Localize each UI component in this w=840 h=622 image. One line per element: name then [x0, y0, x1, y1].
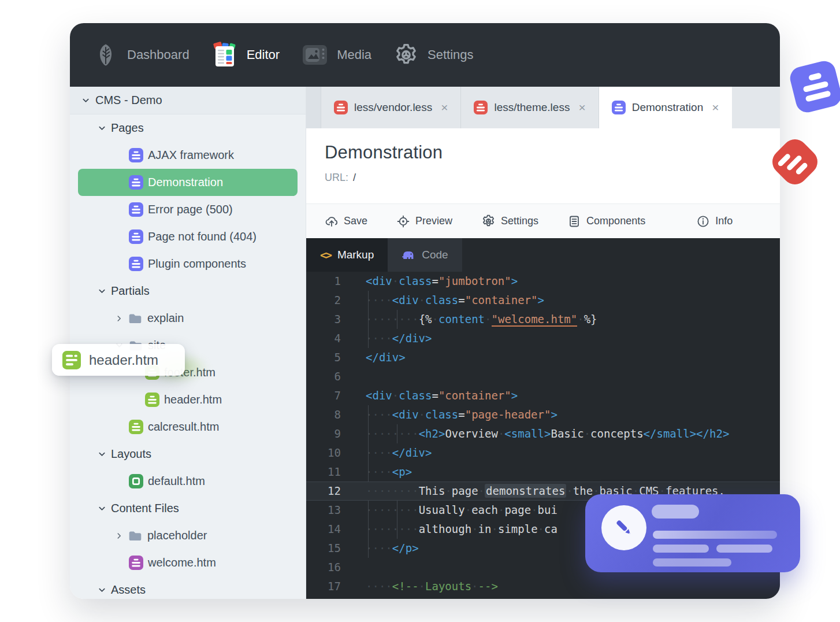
sidebar: CMS - Demo PagesAJAX frameworkDemonstrat… [70, 87, 306, 599]
editor-tab-code[interactable]: Code [388, 238, 462, 272]
gear-icon [481, 214, 496, 228]
code-line[interactable]: 7<div·class="container"> [306, 386, 780, 405]
line-number: 10 [306, 443, 341, 462]
code-line[interactable]: 8····<div·class="page-header"> [306, 405, 780, 424]
code-line[interactable]: 18····<h2>Layouts</h2> [306, 596, 780, 599]
drag-ghost-card[interactable]: header.htm [52, 344, 185, 376]
tab-demonstration[interactable]: Demonstration× [599, 87, 732, 128]
tab-less-theme-less[interactable]: less/theme.less× [461, 87, 599, 128]
chevron-right-icon [115, 314, 123, 323]
pencil-icon [612, 516, 635, 539]
line-number: 3 [306, 310, 341, 329]
document-header: Demonstration URL:/ [306, 128, 780, 203]
line-number: 7 [306, 386, 341, 405]
sidebar-item-demonstration[interactable]: Demonstration [78, 169, 298, 196]
preview-button[interactable]: Preview [396, 214, 452, 228]
sidebar-item-plugin-components[interactable]: Plugin components [70, 250, 306, 277]
sidebar-section-layouts[interactable]: Layouts [70, 440, 306, 468]
sidebar-section-pages[interactable]: Pages [70, 114, 306, 142]
sidebar-header[interactable]: CMS - Demo [70, 87, 306, 114]
document-icon [612, 101, 626, 114]
sidebar-section-assets[interactable]: Assets [70, 576, 306, 599]
save-button[interactable]: Save [325, 214, 367, 228]
line-number: 17 [306, 577, 341, 596]
sidebar-folder-placeholder[interactable]: placeholder [70, 522, 306, 549]
tab-less-vendor-less[interactable]: less/vendor.less× [321, 87, 461, 128]
line-number: 15 [306, 539, 341, 558]
document-tabbar: less/vendor.less×less/theme.less×Demonst… [306, 87, 780, 128]
nav-item-media[interactable]: Media [302, 42, 371, 68]
editor-tabbar: <>MarkupCode [306, 238, 780, 272]
chevron-down-icon [81, 96, 90, 105]
url-value: / [353, 172, 356, 183]
sidebar-item-default-htm[interactable]: default.htm [70, 468, 306, 495]
document-icon [129, 257, 143, 271]
document-icon [129, 148, 143, 162]
sidebar-folder-explain[interactable]: explain [70, 305, 306, 332]
sidebar-item-calcresult-htm[interactable]: calcresult.htm [70, 413, 306, 440]
info-icon [696, 214, 710, 228]
document-icon [129, 556, 143, 570]
document-icon [334, 101, 348, 114]
code-line[interactable]: 9········<h2>Overview·<small>Basic·conce… [306, 424, 780, 443]
editor-tab-markup[interactable]: <>Markup [306, 238, 388, 272]
settings-button[interactable]: Settings [481, 214, 538, 228]
code-line[interactable]: 10····</div> [306, 443, 780, 462]
folder-icon [128, 528, 143, 543]
edit-note-card [585, 494, 800, 572]
drag-ghost-label: header.htm [89, 352, 158, 368]
code-line[interactable]: 2····<div·class="container"> [306, 291, 780, 310]
line-number: 16 [306, 558, 341, 577]
url-label: URL: [325, 172, 348, 183]
pencil-badge [601, 505, 646, 550]
code-line[interactable]: 4····</div> [306, 329, 780, 348]
chevron-down-icon [98, 586, 106, 594]
document-icon [129, 420, 143, 434]
close-tab-icon[interactable]: × [712, 101, 719, 114]
line-number: 13 [306, 501, 341, 520]
sidebar-item-page-not-found-404[interactable]: Page not found (404) [70, 223, 306, 250]
sidebar-item-header-htm[interactable]: header.htm [70, 386, 306, 413]
line-number: 4 [306, 329, 341, 348]
nav-item-dashboard[interactable]: Dashboard [93, 42, 189, 68]
sidebar-item-error-page-500[interactable]: Error page (500) [70, 196, 306, 223]
code-line[interactable]: 17····<!--·Layouts·--> [306, 577, 780, 596]
document-icon [145, 393, 159, 407]
folder-icon [128, 311, 143, 326]
skeleton-line [653, 545, 709, 553]
sidebar-section-partials[interactable]: Partials [70, 277, 306, 305]
line-number: 6 [306, 367, 341, 386]
sidebar-item-welcome-htm[interactable]: welcome.htm [70, 549, 306, 576]
gear-icon [393, 42, 419, 68]
code-line[interactable]: 6 [306, 367, 780, 386]
code-line[interactable]: 11····<p> [306, 462, 780, 482]
line-number: 5 [306, 348, 341, 367]
code-line[interactable]: 3········{%·content·"welcome.htm"·%} [306, 310, 780, 329]
sidebar-item-ajax-framework[interactable]: AJAX framework [70, 142, 306, 169]
leaf-icon [93, 42, 118, 68]
nav-item-settings[interactable]: Settings [393, 42, 474, 68]
document-icon [129, 175, 143, 190]
document-icon [474, 101, 488, 114]
line-number: 18 [306, 596, 341, 599]
decorative-page-icon [788, 59, 840, 115]
nav-item-label: Media [337, 47, 371, 62]
page-title: Demonstration [325, 142, 780, 163]
code-line[interactable]: 5</div> [306, 348, 780, 367]
info-button[interactable]: Info [696, 214, 733, 228]
sidebar-section-content-files[interactable]: Content Files [70, 495, 306, 522]
nav-item-editor[interactable]: Editor [211, 42, 280, 68]
components-button[interactable]: Components [567, 214, 645, 228]
chevron-down-icon [98, 450, 106, 458]
layout-icon [129, 474, 143, 488]
php-elephant-icon [402, 248, 415, 262]
close-tab-icon[interactable]: × [441, 101, 448, 114]
code-line[interactable]: 1<div·class="jumbotron"> [306, 272, 780, 291]
line-number: 12 [306, 482, 341, 501]
save-cloud-icon [325, 214, 339, 228]
close-tab-icon[interactable]: × [578, 101, 585, 114]
chevron-right-icon [115, 532, 123, 540]
components-icon [567, 214, 581, 228]
tabbar-spacer [306, 87, 321, 128]
line-number: 2 [306, 291, 341, 310]
